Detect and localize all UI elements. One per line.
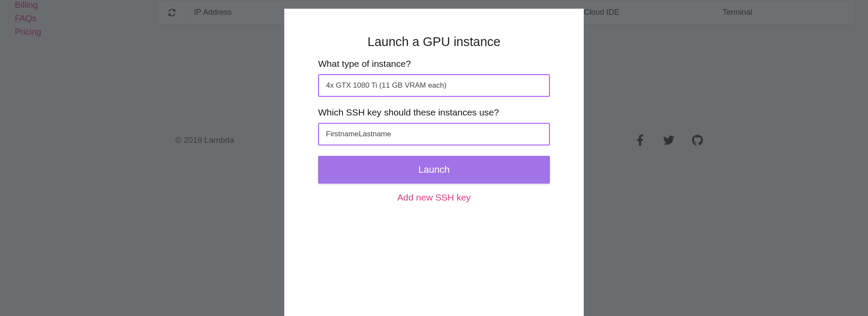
ssh-key-label: Which SSH key should these instances use… bbox=[318, 107, 550, 118]
instance-type-select[interactable]: 4x GTX 1080 Ti (11 GB VRAM each) bbox=[318, 74, 550, 97]
launch-button[interactable]: Launch bbox=[318, 156, 550, 184]
ssh-key-select[interactable]: FirstnameLastname bbox=[318, 123, 550, 145]
launch-instance-modal: Launch a GPU instance What type of insta… bbox=[284, 9, 584, 316]
add-ssh-key-link[interactable]: Add new SSH key bbox=[318, 192, 550, 203]
instance-type-label: What type of instance? bbox=[318, 59, 550, 69]
modal-title: Launch a GPU instance bbox=[318, 35, 550, 49]
